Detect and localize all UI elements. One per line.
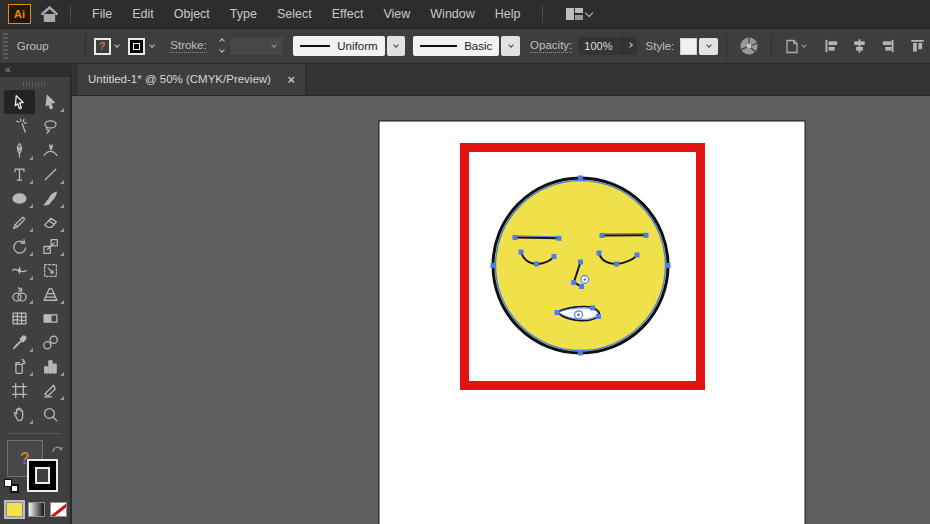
align-center-icon[interactable] <box>851 38 868 54</box>
canvas-area[interactable] <box>72 96 930 524</box>
control-bar-grip[interactable] <box>3 33 8 59</box>
menu-object[interactable]: Object <box>164 0 220 28</box>
direct-selection-icon <box>42 94 59 111</box>
tool-type[interactable] <box>4 162 35 186</box>
swap-fill-stroke-icon[interactable] <box>51 440 64 458</box>
document-tab-close-icon[interactable]: × <box>287 73 295 86</box>
selection-icon <box>11 94 28 111</box>
tools-panel-grip[interactable] <box>23 82 47 87</box>
workspace-chevron-down-icon[interactable] <box>585 9 593 17</box>
tool-direct-selection[interactable] <box>35 90 66 114</box>
tool-column-graph[interactable] <box>35 354 66 378</box>
tool-pen[interactable] <box>4 138 35 162</box>
opacity-chevron-right-icon[interactable] <box>622 37 637 55</box>
gradient-icon <box>42 310 59 327</box>
opacity-label[interactable]: Opacity: <box>530 39 572 53</box>
control-bar: Group ? Stroke: Uniform Basic Opacity: 1… <box>0 28 930 64</box>
graphic-style-swatch[interactable] <box>680 38 697 55</box>
fill-chevron-down-icon[interactable] <box>111 38 124 55</box>
tool-slice[interactable] <box>35 378 66 402</box>
variable-width-profile-select[interactable]: Uniform <box>293 36 385 56</box>
width-profile-chevron-down-icon[interactable] <box>387 36 406 56</box>
stroke-chevron-down-icon[interactable] <box>145 38 158 55</box>
tool-pencil[interactable] <box>4 210 35 234</box>
menu-effect[interactable]: Effect <box>322 0 374 28</box>
tool-lasso[interactable] <box>35 114 66 138</box>
illustrator-logo[interactable]: Ai <box>8 4 31 24</box>
tool-zoom[interactable] <box>35 402 66 426</box>
gradient-button[interactable] <box>28 502 45 517</box>
align-left-icon[interactable] <box>823 38 840 54</box>
face-circle[interactable] <box>493 178 668 353</box>
line-segment-icon <box>42 166 59 183</box>
tool-hand[interactable] <box>4 402 35 426</box>
tool-mesh[interactable] <box>4 306 35 330</box>
recolor-artwork-icon[interactable] <box>739 36 759 56</box>
document-setup-icon[interactable] <box>784 38 809 55</box>
tools-panel-collapse[interactable]: « <box>0 64 70 77</box>
scale-icon <box>42 238 59 255</box>
menu-file[interactable]: File <box>82 0 122 28</box>
stroke-weight-label[interactable]: Stroke: <box>170 39 206 53</box>
document-tab[interactable]: Untitled-1* @ 50% (CMYK/Preview) × <box>78 63 306 95</box>
artboard-icon <box>11 382 28 399</box>
brush-chevron-down-icon[interactable] <box>501 36 520 56</box>
tool-magic-wand[interactable] <box>4 114 35 138</box>
menu-window[interactable]: Window <box>420 0 484 28</box>
tool-gradient[interactable] <box>35 306 66 330</box>
column-graph-icon <box>42 358 59 375</box>
tool-perspective-grid[interactable] <box>35 282 66 306</box>
opacity-input[interactable]: 100% <box>578 37 636 55</box>
workspace-switcher-icon[interactable] <box>566 8 584 20</box>
tool-eyedropper[interactable] <box>4 330 35 354</box>
tool-blend[interactable] <box>35 330 66 354</box>
tool-line-segment[interactable] <box>35 162 66 186</box>
menu-select[interactable]: Select <box>267 0 322 28</box>
vertical-align-top-icon[interactable] <box>909 38 926 54</box>
lasso-icon <box>42 118 59 135</box>
illustrator-window: Ai FileEditObjectTypeSelectEffectViewWin… <box>0 0 930 524</box>
menu-type[interactable]: Type <box>220 0 267 28</box>
slice-icon <box>42 382 59 399</box>
tool-selection[interactable] <box>4 90 35 114</box>
stroke-color-swatch[interactable] <box>128 38 145 55</box>
left-eyebrow[interactable] <box>515 238 559 239</box>
curvature-icon <box>42 142 59 159</box>
stroke-weight-input[interactable] <box>230 37 283 55</box>
zoom-icon <box>42 406 59 423</box>
hand-icon <box>11 406 28 423</box>
paintbrush-icon <box>42 190 59 207</box>
tool-shape-builder[interactable] <box>4 282 35 306</box>
menu-view[interactable]: View <box>373 0 420 28</box>
rotate-icon <box>11 238 28 255</box>
stroke-swatch-indicator[interactable] <box>27 459 58 492</box>
tool-paintbrush[interactable] <box>35 186 66 210</box>
fill-color-swatch[interactable]: ? <box>94 38 111 55</box>
tool-symbol-sprayer[interactable] <box>4 354 35 378</box>
stroke-weight-stepper[interactable] <box>217 39 227 54</box>
menu-help[interactable]: Help <box>485 0 531 28</box>
tool-curvature[interactable] <box>35 138 66 162</box>
tool-ellipse[interactable] <box>4 186 35 210</box>
tool-artboard[interactable] <box>4 378 35 402</box>
menubar-divider <box>70 5 71 23</box>
color-button[interactable] <box>6 502 23 517</box>
align-right-icon[interactable] <box>879 38 896 54</box>
default-fill-stroke-icon[interactable] <box>4 479 19 493</box>
home-icon[interactable] <box>40 6 59 23</box>
tool-scale[interactable] <box>35 234 66 258</box>
menu-bar: Ai FileEditObjectTypeSelectEffectViewWin… <box>0 0 930 28</box>
brush-definition-select[interactable]: Basic <box>413 36 499 56</box>
style-chevron-down-icon[interactable] <box>699 38 718 55</box>
tool-rotate[interactable] <box>4 234 35 258</box>
tools-grid <box>0 90 70 426</box>
tool-eraser[interactable] <box>35 210 66 234</box>
none-button[interactable] <box>50 502 67 517</box>
menu-edit[interactable]: Edit <box>122 0 164 28</box>
symbol-sprayer-icon <box>11 358 28 375</box>
pen-icon <box>11 142 28 159</box>
mesh-icon <box>11 310 28 327</box>
tool-width[interactable] <box>4 258 35 282</box>
tool-free-transform[interactable] <box>35 258 66 282</box>
type-icon <box>11 166 28 183</box>
